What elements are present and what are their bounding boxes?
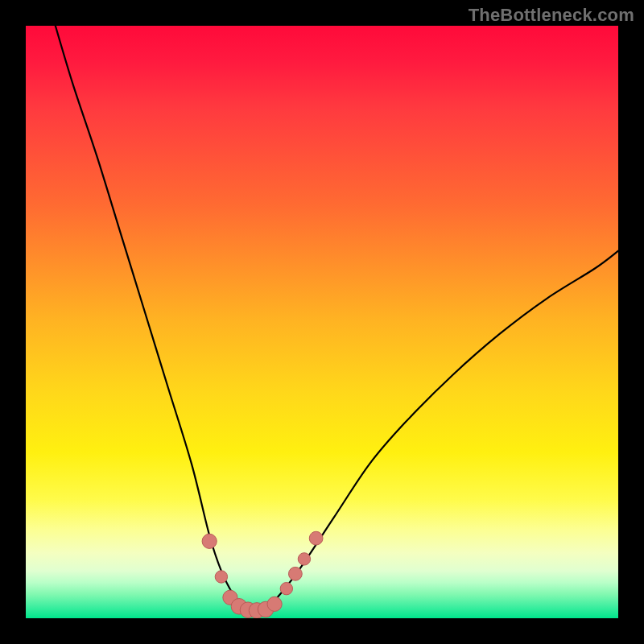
curve-marker xyxy=(309,531,323,545)
curve-marker xyxy=(267,597,282,611)
chart-frame: TheBottleneck.com xyxy=(0,0,644,644)
curve-marker xyxy=(280,583,292,595)
curve-markers xyxy=(202,531,323,618)
plot-area xyxy=(26,26,618,618)
watermark-text: TheBottleneck.com xyxy=(469,5,634,26)
curve-marker xyxy=(288,567,302,580)
chart-svg xyxy=(26,26,618,618)
bottleneck-curve xyxy=(56,26,618,611)
curve-marker xyxy=(202,534,217,548)
curve-marker xyxy=(215,571,227,583)
curve-marker xyxy=(298,553,310,565)
